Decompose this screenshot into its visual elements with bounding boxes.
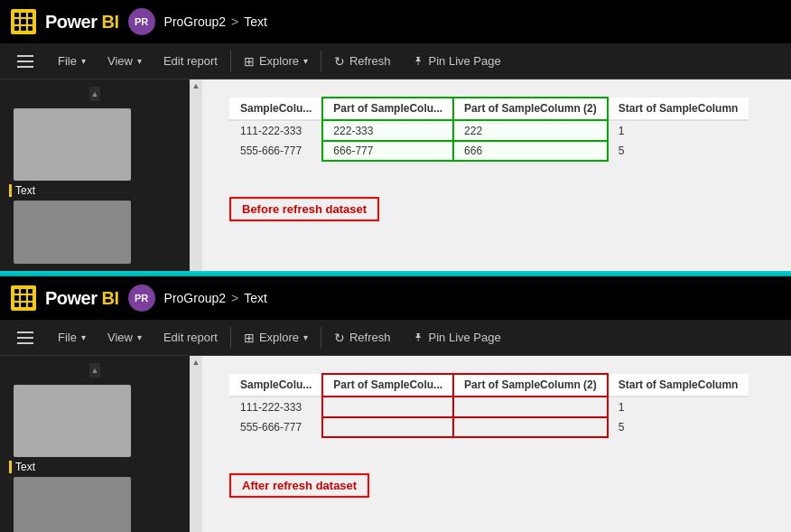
scroll-up-icon-1[interactable]: ▲ bbox=[89, 87, 100, 101]
annotation-1: Before refresh dataset bbox=[229, 197, 379, 221]
cell-2-2: 666-777 bbox=[322, 141, 453, 161]
main-content-2: SampleColu... Part of SampleColu... Part… bbox=[202, 356, 791, 532]
content-area-1: ▲ Text ▲ bbox=[0, 79, 791, 271]
col-header-2b: Part of SampleColu... bbox=[322, 374, 453, 397]
pbi-logo-2: Power BI bbox=[45, 288, 119, 309]
cell-after-1-4: 1 bbox=[608, 397, 749, 417]
explore-caret-2: ▾ bbox=[303, 332, 308, 342]
explore-btn-1[interactable]: ⊞ Explore ▾ bbox=[233, 43, 319, 79]
refresh-btn-1[interactable]: ↻ Refresh bbox=[323, 43, 402, 79]
col-header-1b: Part of SampleColu... bbox=[322, 98, 453, 120]
active-bar-1 bbox=[9, 184, 12, 197]
titlebar-1: Power BI PR ProGroup2 > Text bbox=[0, 0, 791, 43]
col-header-1c: Part of SampleColumn (2) bbox=[453, 98, 608, 120]
view-caret-1: ▾ bbox=[137, 56, 142, 66]
table-row: 111-222-333 1 bbox=[229, 397, 749, 417]
panel-after: Power BI PR ProGroup2 > Text File ▾ View… bbox=[0, 276, 791, 532]
page-label-2a[interactable]: Text bbox=[9, 461, 135, 473]
cell-after-2-2 bbox=[322, 417, 453, 437]
cell-after-1-1: 111-222-333 bbox=[229, 397, 322, 417]
toolbar-1: File ▾ View ▾ Edit report ⊞ Explore ▾ ↻ … bbox=[0, 43, 791, 79]
scroll-up-icon-2[interactable]: ▲ bbox=[89, 363, 100, 378]
pin-live-btn-1[interactable]: 🖈 Pin Live Page bbox=[402, 43, 512, 79]
workspace-label-1[interactable]: ProGroup2 bbox=[164, 14, 226, 29]
cell-2-1: 555-666-777 bbox=[229, 141, 322, 161]
toolbar-2: File ▾ View ▾ Edit report ⊞ Explore ▾ ↻ … bbox=[0, 320, 791, 356]
breadcrumb-sep-2: > bbox=[231, 291, 238, 305]
workspace-label-2[interactable]: ProGroup2 bbox=[164, 291, 226, 305]
cell-1-2: 222-333 bbox=[322, 120, 453, 141]
page-thumb-1a[interactable] bbox=[14, 108, 131, 181]
cell-1-1: 111-222-333 bbox=[229, 120, 322, 141]
panel-before: Power BI PR ProGroup2 > Text File ▾ View… bbox=[0, 0, 791, 271]
page-thumb-1b[interactable] bbox=[14, 201, 131, 264]
cell-after-1-3 bbox=[453, 397, 608, 417]
content-scroll-indicator-2: ▲ bbox=[190, 356, 202, 532]
file-btn-1[interactable]: File ▾ bbox=[47, 43, 97, 79]
edit-report-btn-1[interactable]: Edit report bbox=[153, 43, 228, 79]
avatar-2: PR bbox=[128, 285, 155, 312]
data-table-2: SampleColu... Part of SampleColu... Part… bbox=[229, 374, 749, 437]
view-btn-2[interactable]: View ▾ bbox=[97, 320, 153, 356]
toolbar-sep-4 bbox=[321, 327, 321, 349]
pin-live-btn-2[interactable]: 🖈 Pin Live Page bbox=[402, 320, 512, 356]
page-label-breadcrumb-2: Text bbox=[244, 291, 267, 305]
toolbar-sep-3 bbox=[230, 327, 231, 349]
annotation-2: After refresh dataset bbox=[229, 473, 369, 498]
page-label-breadcrumb-1: Text bbox=[244, 14, 267, 29]
breadcrumb-sep-1: > bbox=[231, 14, 238, 29]
cell-2-4: 5 bbox=[608, 141, 749, 161]
table-row: 555-666-777 5 bbox=[229, 417, 749, 437]
cell-after-1-2 bbox=[322, 397, 453, 417]
content-scroll-indicator-1: ▲ bbox=[190, 79, 202, 271]
cell-1-3: 222 bbox=[453, 120, 608, 141]
pbi-logo: Power BI bbox=[45, 12, 119, 33]
explore-btn-2[interactable]: ⊞ Explore ▾ bbox=[233, 320, 319, 356]
sidebar-1: ▲ Text bbox=[0, 79, 190, 271]
cell-1-4: 1 bbox=[608, 120, 749, 141]
hamburger-icon-1[interactable] bbox=[11, 47, 40, 76]
table-row: 555-666-777 666-777 666 5 bbox=[229, 141, 749, 161]
col-header-2a: SampleColu... bbox=[229, 374, 322, 397]
hamburger-icon-2[interactable] bbox=[11, 323, 40, 352]
page-thumb-2b[interactable] bbox=[14, 477, 131, 532]
file-btn-2[interactable]: File ▾ bbox=[47, 320, 97, 356]
refresh-btn-2[interactable]: ↻ Refresh bbox=[323, 320, 402, 356]
sidebar-2: ▲ Text bbox=[0, 356, 190, 532]
table-row: 111-222-333 222-333 222 1 bbox=[229, 120, 749, 141]
breadcrumb-2: ProGroup2 > Text bbox=[164, 291, 267, 305]
view-btn-1[interactable]: View ▾ bbox=[97, 43, 153, 79]
page-label-1a[interactable]: Text bbox=[9, 184, 135, 197]
breadcrumb-1: ProGroup2 > Text bbox=[164, 14, 267, 29]
edit-report-btn-2[interactable]: Edit report bbox=[153, 320, 228, 356]
apps-icon-2[interactable] bbox=[11, 285, 36, 311]
apps-icon[interactable] bbox=[11, 9, 36, 34]
data-table-1: SampleColu... Part of SampleColu... Part… bbox=[229, 98, 749, 161]
content-area-2: ▲ Text ▲ bbox=[0, 356, 791, 532]
col-header-1a: SampleColu... bbox=[229, 98, 322, 120]
explore-caret-1: ▾ bbox=[303, 56, 308, 66]
col-header-2d: Start of SampleColumn bbox=[608, 374, 749, 397]
view-caret-2: ▾ bbox=[137, 332, 142, 342]
file-caret-2: ▾ bbox=[81, 332, 86, 342]
active-bar-2 bbox=[9, 461, 12, 473]
col-header-2c: Part of SampleColumn (2) bbox=[453, 374, 608, 397]
cell-after-2-1: 555-666-777 bbox=[229, 417, 322, 437]
cell-after-2-3 bbox=[453, 417, 608, 437]
cell-after-2-4: 5 bbox=[608, 417, 749, 437]
toolbar-sep-1 bbox=[230, 51, 231, 72]
main-content-1: SampleColu... Part of SampleColu... Part… bbox=[202, 79, 791, 271]
file-caret-1: ▾ bbox=[81, 56, 86, 66]
toolbar-sep-2 bbox=[321, 51, 321, 72]
titlebar-2: Power BI PR ProGroup2 > Text bbox=[0, 276, 791, 320]
col-header-1d: Start of SampleColumn bbox=[608, 98, 749, 120]
avatar-1: PR bbox=[128, 8, 155, 35]
cell-2-3: 666 bbox=[453, 141, 608, 161]
page-thumb-2a[interactable] bbox=[14, 385, 131, 457]
